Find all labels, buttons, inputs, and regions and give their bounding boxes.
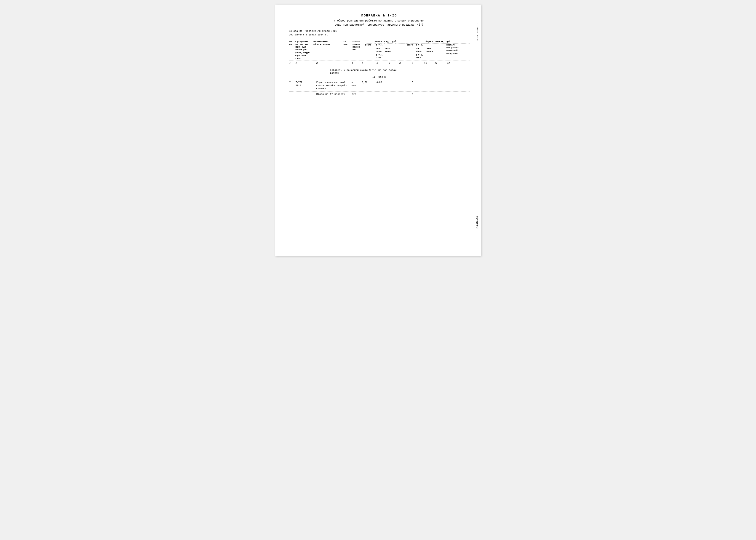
total-empty-2 [295, 92, 316, 96]
header-vtch-zpl3: в т.ч.з/пл. [415, 54, 426, 60]
compiled-line: Составлена в ценах 1984 г. [289, 33, 469, 36]
header-cost-group: Стоимость ед.; руб. [365, 40, 406, 44]
total-empty-cost2 [388, 92, 399, 96]
header-vtch2: в т.ч. [415, 44, 446, 47]
header-eksp1: эксп.машин [385, 47, 395, 54]
row-cost-osn [388, 81, 399, 90]
row-name: Герметизация мастикой стыков коробок две… [316, 81, 351, 90]
row-total-all: 6 [411, 81, 424, 90]
header-col5: Кол-воединицизмере-ния [352, 40, 365, 60]
header-vtch-zpl2: в т.ч.з/пл. [376, 54, 385, 60]
row-num: I [289, 81, 295, 90]
row-total-exp [434, 81, 446, 90]
col-num-6: 6 [376, 62, 388, 65]
subsection-title: II. Стены [289, 76, 469, 78]
col-num-8: 8 [399, 62, 411, 65]
table-row: I 7-7095I-9 Герметизация мастикой стыков… [289, 81, 469, 90]
header-col4: Ед.изм. [343, 40, 352, 60]
col-numbers-separator [289, 66, 469, 66]
header-osn2: осн.з/пл. [415, 47, 426, 54]
header-vtch-empty2 [426, 54, 446, 60]
total-unit: руб. [351, 92, 361, 96]
header-vtch1: в т.ч. [376, 44, 406, 47]
total-label: Итого по II разделу [316, 92, 351, 96]
main-table: №№ пп № укоупнен-ных сметныхнорм, еди-ни… [289, 40, 469, 96]
total-empty-5 [447, 92, 469, 96]
header-vtch-bottom [376, 60, 406, 60]
data-row-separator [289, 91, 469, 91]
total-empty-cost [376, 92, 388, 96]
section-header: Добавить к основной смете № I-1 по раз-д… [330, 69, 469, 74]
col-num-1: I [289, 62, 295, 65]
header-separator [289, 61, 469, 61]
col-num-12: I2 [447, 62, 469, 65]
col-num-10: 10 [424, 62, 434, 65]
row-qty: 6,36 [361, 81, 376, 90]
total-value: 6 [411, 92, 424, 96]
header-total-group: Общая стоимость, руб. [406, 40, 469, 44]
side-text-top: ШОКF71910 1. [476, 23, 479, 41]
col-num-5: 5 [361, 62, 376, 65]
header-vtch-bottom2 [415, 60, 446, 60]
col-num-7: 7 [388, 62, 399, 65]
header-eksp2: эксп.машин [426, 47, 446, 54]
basis-line: Основание: чертежи АС листы I÷25 [289, 30, 469, 33]
col-num-9: 9 [411, 62, 424, 65]
row-cost-exp [399, 81, 411, 90]
row-norm: 7-7095I-9 [295, 81, 316, 90]
header-col2: № укоупнен-ных сметныхнорм, еди-ничных р… [294, 40, 312, 60]
col-num-3: 3 [316, 62, 351, 65]
total-row: Итого по II разделу руб. 6 [289, 92, 469, 96]
col-num-4: 4 [351, 62, 361, 65]
header-vtch-empty1 [385, 54, 395, 60]
document-subtitle: к общестроительным работам по зданию ста… [289, 19, 469, 27]
row-norm-val [447, 81, 469, 90]
col-num-2: 2 [295, 62, 316, 65]
row-cost-total: 0,88 [376, 81, 388, 90]
total-empty-cost3 [399, 92, 411, 96]
document-title: ПОПРАВКА № I-Iб [289, 14, 469, 17]
top-separator [289, 38, 469, 38]
total-empty-3 [424, 92, 434, 96]
header-norm-prod: Нормати-ной услов-но-чистойпродукции [446, 44, 469, 60]
total-empty-4 [434, 92, 446, 96]
header-vsego1: Всего [365, 44, 375, 60]
header-col3: Наименованиеработ и затрат [312, 40, 343, 60]
total-empty-qty [361, 92, 376, 96]
document-page: ШОКF71910 1. 2.0070-06 ПОПРАВКА № I-Iб к… [275, 5, 481, 256]
total-empty-1 [289, 92, 295, 96]
header-vtch-zpl1 [396, 47, 406, 60]
side-text-bottom: 2.0070-06 [476, 216, 479, 229]
row-total-osn [424, 81, 434, 90]
col-numbers-row: I 2 3 4 5 6 7 8 9 10 II I2 [289, 62, 469, 65]
row-unit: мшва [351, 81, 361, 90]
header-col1: №№ пп [289, 40, 295, 60]
table-header-row: №№ пп № укоупнен-ных сметныхнорм, еди-ни… [289, 40, 469, 44]
col-num-11: II [434, 62, 446, 65]
header-vsego2: Всего [406, 44, 415, 60]
header-osn1: осн.з/пл. [376, 47, 385, 54]
